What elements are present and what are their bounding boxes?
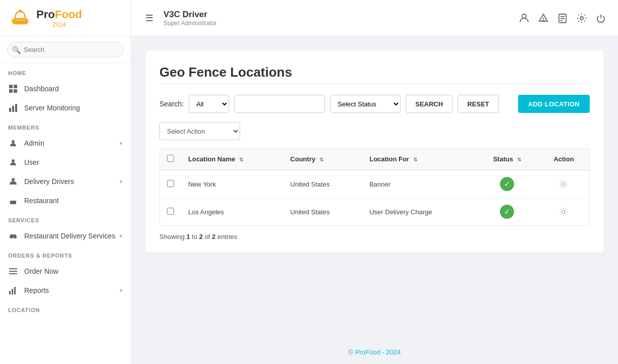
section-title-services: SERVICES bbox=[0, 210, 131, 226]
svg-rect-21 bbox=[12, 289, 13, 294]
row-checkbox-1 bbox=[160, 170, 181, 198]
section-title-location: LOCATION bbox=[0, 300, 131, 316]
search-text-input[interactable] bbox=[234, 95, 325, 113]
svg-rect-14 bbox=[10, 201, 16, 204]
row-2-checkbox[interactable] bbox=[167, 208, 174, 215]
svg-point-13 bbox=[12, 178, 15, 181]
section-title-home: HOME bbox=[0, 63, 131, 79]
svg-rect-1 bbox=[12, 18, 28, 24]
sidebar-item-restaurant[interactable]: Restaurant bbox=[0, 191, 131, 210]
restaurant-icon bbox=[8, 196, 18, 206]
sort-arrows-country[interactable]: ⇅ bbox=[319, 157, 323, 162]
chevron-down-icon-3: ▾ bbox=[120, 233, 123, 239]
footer-link[interactable]: ProFood - 2024 bbox=[355, 348, 401, 356]
sidebar-item-admin-label: Admin bbox=[24, 139, 120, 147]
hamburger-button[interactable]: ☰ bbox=[143, 11, 155, 26]
sidebar: ProFood 2024 🔍 HOME Dashboard Server Mon… bbox=[0, 0, 131, 364]
content-area: Geo Fence Locations Search: All Select S… bbox=[131, 36, 618, 340]
showing-to: 2 bbox=[199, 233, 203, 240]
svg-point-30 bbox=[580, 17, 583, 20]
reset-button[interactable]: RESET bbox=[458, 95, 498, 113]
footer: © ProFood - 2024 bbox=[131, 340, 618, 364]
svg-rect-8 bbox=[9, 108, 11, 112]
status-active-icon-2[interactable]: ✓ bbox=[500, 205, 514, 219]
data-table: Location Name ⇅ Country ⇅ Location For ⇅… bbox=[159, 148, 590, 226]
header-action: Action bbox=[538, 149, 589, 170]
row-2-country: United States bbox=[283, 198, 362, 226]
sort-arrows-location[interactable]: ⇅ bbox=[239, 157, 243, 162]
gear-action-icon-2[interactable] bbox=[545, 207, 582, 216]
sidebar-item-user-label: User bbox=[24, 158, 123, 166]
row-2-status: ✓ bbox=[476, 198, 538, 226]
action-select[interactable]: Select Action bbox=[159, 122, 240, 140]
gear-icon-topbar[interactable] bbox=[577, 13, 587, 23]
main-area: ☰ V3C Driver Super Administrator bbox=[131, 0, 618, 364]
sidebar-item-reports[interactable]: Reports ▾ bbox=[0, 281, 131, 300]
note-icon-topbar[interactable] bbox=[557, 13, 568, 23]
table-header-row: Location Name ⇅ Country ⇅ Location For ⇅… bbox=[160, 149, 589, 170]
topbar-title: V3C Driver Super Administrator bbox=[163, 10, 216, 27]
svg-point-25 bbox=[543, 20, 544, 21]
svg-rect-5 bbox=[14, 85, 17, 88]
table-row: New York United States Banner ✓ bbox=[160, 170, 589, 198]
row-1-location-name: New York bbox=[181, 170, 283, 198]
svg-point-12 bbox=[12, 159, 15, 162]
bar-chart-icon bbox=[8, 103, 18, 113]
row-1-country: United States bbox=[283, 170, 362, 198]
status-select[interactable]: Select Status bbox=[330, 95, 401, 113]
logo-food: Food bbox=[55, 8, 82, 21]
page-title-divider bbox=[159, 83, 590, 84]
svg-rect-4 bbox=[9, 85, 13, 88]
search-bar: Search: All Select Status SEARCH RESET A… bbox=[159, 95, 590, 113]
sidebar-item-dashboard[interactable]: Dashboard bbox=[0, 79, 131, 98]
table-body: New York United States Banner ✓ bbox=[160, 170, 589, 225]
row-1-checkbox[interactable] bbox=[167, 180, 174, 187]
status-active-icon-1[interactable]: ✓ bbox=[500, 177, 514, 191]
svg-rect-22 bbox=[14, 287, 16, 294]
sort-arrows-location-for[interactable]: ⇅ bbox=[413, 157, 417, 162]
search-button[interactable]: SEARCH bbox=[406, 95, 453, 113]
sidebar-item-restaurant-delivery[interactable]: Restaurant Delivery Services ▾ bbox=[0, 226, 131, 246]
section-title-orders-reports: ORDERS & REPORTS bbox=[0, 246, 131, 262]
sidebar-item-user[interactable]: User bbox=[0, 153, 131, 172]
search-all-select[interactable]: All bbox=[189, 95, 229, 113]
svg-rect-19 bbox=[9, 273, 17, 274]
logo-icon bbox=[8, 7, 32, 29]
user-icon-topbar[interactable] bbox=[519, 13, 529, 23]
sort-arrows-status[interactable]: ⇅ bbox=[517, 157, 521, 162]
sidebar-item-delivery-drivers[interactable]: Delivery Drivers ▾ bbox=[0, 172, 131, 191]
svg-rect-18 bbox=[9, 271, 17, 272]
section-title-members: MEMBERS bbox=[0, 117, 131, 134]
header-location-for: Location For ⇅ bbox=[362, 149, 476, 170]
sidebar-item-server-monitoring[interactable]: Server Monitoring bbox=[0, 98, 131, 117]
sidebar-item-reports-label: Reports bbox=[24, 286, 120, 294]
select-all-checkbox[interactable] bbox=[167, 155, 174, 162]
action-bar: Select Action bbox=[159, 122, 590, 140]
gear-action-icon-1[interactable] bbox=[545, 179, 582, 189]
sidebar-item-server-monitoring-label: Server Monitoring bbox=[24, 104, 123, 112]
svg-rect-20 bbox=[9, 291, 11, 294]
chevron-down-icon-2: ▾ bbox=[120, 178, 123, 185]
svg-rect-9 bbox=[12, 106, 14, 112]
footer-copy: © ProFood - 2024 bbox=[349, 348, 401, 356]
geo-fence-table: Location Name ⇅ Country ⇅ Location For ⇅… bbox=[160, 149, 589, 225]
header-checkbox bbox=[160, 149, 181, 170]
row-checkbox-2 bbox=[160, 198, 181, 226]
sidebar-item-restaurant-label: Restaurant bbox=[24, 197, 123, 205]
search-input[interactable] bbox=[7, 42, 124, 57]
header-country: Country ⇅ bbox=[283, 149, 362, 170]
search-icon: 🔍 bbox=[12, 46, 21, 54]
svg-point-11 bbox=[12, 140, 15, 143]
page-title: Geo Fence Locations bbox=[159, 65, 590, 80]
alert-icon-topbar[interactable] bbox=[538, 13, 548, 23]
chevron-down-icon-4: ▾ bbox=[120, 287, 123, 294]
sidebar-item-order-now[interactable]: Order Now bbox=[0, 262, 131, 281]
sidebar-item-admin[interactable]: Admin ▾ bbox=[0, 134, 131, 153]
row-2-location-for: User Delivery Charge bbox=[362, 198, 476, 226]
svg-point-15 bbox=[11, 237, 12, 239]
svg-point-2 bbox=[19, 10, 22, 13]
reports-icon bbox=[8, 285, 18, 295]
add-location-button[interactable]: ADD LOCATION bbox=[518, 95, 590, 113]
chevron-down-icon: ▾ bbox=[120, 140, 123, 147]
power-icon-topbar[interactable] bbox=[596, 13, 606, 23]
